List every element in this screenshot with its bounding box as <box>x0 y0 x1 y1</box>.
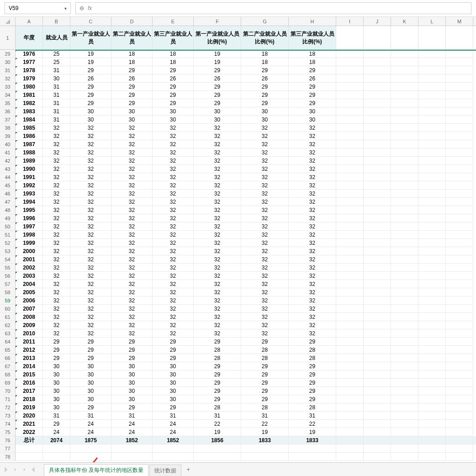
cell[interactable] <box>418 140 446 148</box>
cell[interactable]: 30 <box>111 362 153 370</box>
cell[interactable]: 32 <box>289 296 336 305</box>
cell[interactable] <box>446 428 473 436</box>
cell[interactable]: 30 <box>43 387 70 395</box>
cell[interactable] <box>194 444 241 453</box>
cell[interactable]: 2018 <box>16 395 43 403</box>
cell[interactable] <box>336 74 364 83</box>
cell[interactable]: 30 <box>153 107 194 116</box>
cell[interactable]: 32 <box>194 264 241 272</box>
cell[interactable] <box>364 239 391 247</box>
cell[interactable] <box>364 148 391 157</box>
cell[interactable]: 32 <box>289 181 336 190</box>
cell[interactable] <box>446 124 473 132</box>
cell[interactable]: 32 <box>241 222 289 231</box>
cell[interactable]: 32 <box>43 239 70 247</box>
row-number[interactable]: 73 <box>0 412 16 420</box>
row-number[interactable]: 63 <box>0 329 16 338</box>
cell[interactable]: 2074 <box>43 436 70 444</box>
cell[interactable] <box>418 181 446 190</box>
cell[interactable]: 32 <box>153 255 194 264</box>
cell[interactable]: 1978 <box>16 66 43 74</box>
cell[interactable]: 1996 <box>16 214 43 222</box>
column-header[interactable]: K <box>391 17 418 26</box>
cell[interactable] <box>336 288 364 296</box>
cell[interactable] <box>446 190 473 198</box>
cell[interactable]: 32 <box>43 255 70 264</box>
cell[interactable]: 30 <box>43 395 70 403</box>
cell[interactable] <box>391 107 418 116</box>
cell[interactable] <box>418 280 446 288</box>
cell[interactable] <box>336 329 364 338</box>
cell[interactable] <box>391 165 418 173</box>
cell[interactable]: 1990 <box>16 165 43 173</box>
cell[interactable]: 32 <box>289 157 336 165</box>
cell[interactable]: 29 <box>70 99 111 107</box>
cell[interactable]: 24 <box>43 428 70 436</box>
cell[interactable] <box>418 124 446 132</box>
cell[interactable] <box>446 140 473 148</box>
tab-nav-first[interactable]: |‹ <box>2 465 10 474</box>
cell[interactable]: 32 <box>289 140 336 148</box>
cell[interactable]: 18 <box>289 58 336 66</box>
cell[interactable] <box>364 165 391 173</box>
cell[interactable] <box>336 412 364 420</box>
cell[interactable]: 26 <box>289 74 336 83</box>
row-number[interactable]: 62 <box>0 321 16 329</box>
cell[interactable] <box>364 222 391 231</box>
row-number[interactable]: 50 <box>0 222 16 231</box>
cell[interactable]: 30 <box>111 370 153 379</box>
cell[interactable] <box>446 436 473 444</box>
cell[interactable] <box>446 395 473 403</box>
cell[interactable] <box>418 403 446 412</box>
cell[interactable]: 32 <box>111 206 153 214</box>
cell[interactable] <box>391 50 418 58</box>
cell[interactable] <box>391 148 418 157</box>
cell[interactable]: 29 <box>289 91 336 99</box>
cell[interactable]: 30 <box>289 116 336 124</box>
cell[interactable]: 18 <box>111 50 153 58</box>
cell[interactable] <box>418 91 446 99</box>
cell[interactable]: 32 <box>289 214 336 222</box>
cell[interactable]: 1979 <box>16 74 43 83</box>
cell[interactable] <box>336 280 364 288</box>
cell[interactable] <box>111 444 153 453</box>
cell[interactable]: 30 <box>111 387 153 395</box>
cell[interactable]: 32 <box>43 272 70 280</box>
cell[interactable]: 32 <box>241 140 289 148</box>
cell[interactable]: 2012 <box>16 346 43 354</box>
data-container[interactable]: 2919762519181819181830197725191818191818… <box>0 50 476 462</box>
cell[interactable] <box>391 214 418 222</box>
cell[interactable]: 32 <box>43 231 70 239</box>
cell[interactable]: 24 <box>70 420 111 428</box>
cell[interactable]: 32 <box>43 132 70 140</box>
cell[interactable] <box>418 305 446 313</box>
cell[interactable] <box>391 288 418 296</box>
cell[interactable] <box>446 453 473 461</box>
cell[interactable]: 32 <box>289 329 336 338</box>
cell[interactable] <box>364 198 391 206</box>
cell[interactable]: 29 <box>111 403 153 412</box>
cell[interactable]: 1998 <box>16 231 43 239</box>
cell[interactable]: 32 <box>289 231 336 239</box>
cell[interactable] <box>418 148 446 157</box>
cell[interactable]: 32 <box>111 181 153 190</box>
cell[interactable] <box>418 50 446 58</box>
cell[interactable]: 32 <box>70 280 111 288</box>
cell[interactable]: 29 <box>153 91 194 99</box>
cell[interactable]: 32 <box>43 329 70 338</box>
cell[interactable]: 31 <box>111 412 153 420</box>
row-number[interactable]: 41 <box>0 148 16 157</box>
cell[interactable] <box>364 190 391 198</box>
cell[interactable] <box>446 83 473 91</box>
cell[interactable]: 32 <box>111 296 153 305</box>
cell[interactable]: 32 <box>194 321 241 329</box>
cell[interactable] <box>364 362 391 370</box>
cell[interactable]: 32 <box>153 296 194 305</box>
cell[interactable]: 30 <box>43 74 70 83</box>
cell[interactable]: 29 <box>153 403 194 412</box>
cell[interactable] <box>391 379 418 387</box>
cell[interactable] <box>446 272 473 280</box>
cell[interactable]: 29 <box>194 379 241 387</box>
cell[interactable]: 32 <box>289 124 336 132</box>
cell[interactable] <box>364 296 391 305</box>
